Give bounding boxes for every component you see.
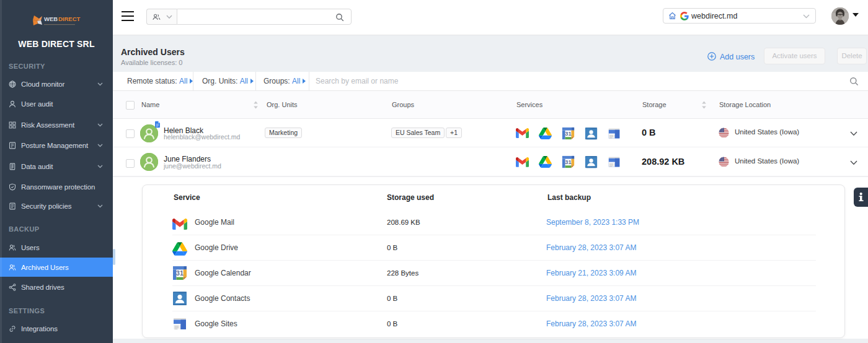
svg-text:DIRECT: DIRECT	[58, 15, 81, 22]
svg-text:WEB: WEB	[44, 15, 58, 22]
